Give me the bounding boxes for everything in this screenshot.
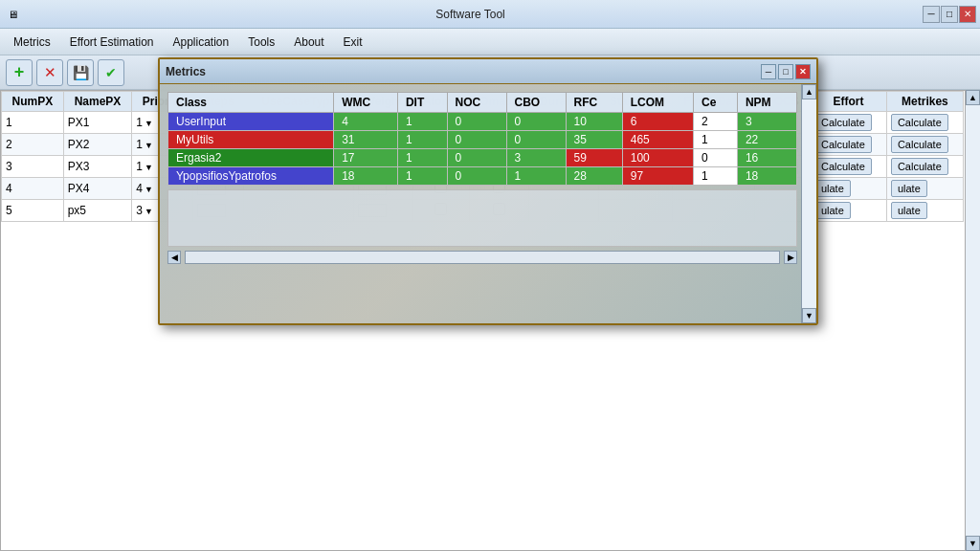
dialog-close-button[interactable]: ✕ bbox=[795, 64, 811, 79]
empty-area bbox=[167, 189, 797, 247]
metrics-class-cell: Ergasia2 bbox=[168, 149, 334, 167]
menu-exit[interactable]: Exit bbox=[334, 32, 372, 53]
add-button[interactable]: + bbox=[6, 59, 33, 86]
effort-cell[interactable]: Calculate bbox=[810, 156, 886, 178]
metrikes-calculate-button[interactable]: Calculate bbox=[891, 158, 948, 175]
effort-cell[interactable]: ulate bbox=[810, 200, 886, 222]
metrics-lcom-cell: 465 bbox=[622, 131, 693, 149]
menu-metrics[interactable]: Metrics bbox=[4, 32, 60, 53]
confirm-button[interactable]: ✔ bbox=[98, 59, 124, 86]
dialog-controls: ─ □ ✕ bbox=[761, 64, 811, 79]
metrics-ce-cell: 1 bbox=[694, 167, 738, 186]
metrics-wmc-cell: 17 bbox=[334, 149, 398, 167]
metrics-row: MyUtils3110035465122 bbox=[168, 131, 797, 149]
effort-calculate-button[interactable]: ulate bbox=[814, 180, 851, 197]
metrics-col-wmc: WMC bbox=[334, 93, 398, 113]
dialog-minimize-button[interactable]: ─ bbox=[761, 64, 776, 79]
horizontal-scrollbar: ◀ ▶ bbox=[167, 251, 797, 264]
close-button[interactable]: ✕ bbox=[959, 6, 976, 23]
metrics-dit-cell: 1 bbox=[397, 167, 447, 186]
effort-calculate-button[interactable]: Calculate bbox=[814, 158, 872, 175]
metrics-dit-cell: 1 bbox=[397, 113, 447, 131]
metrics-cbo-cell: 0 bbox=[506, 131, 566, 149]
metrics-npm-cell: 16 bbox=[737, 149, 796, 167]
scroll-up-button[interactable]: ▲ bbox=[966, 90, 980, 105]
metrics-noc-cell: 0 bbox=[447, 131, 506, 149]
scroll-track bbox=[966, 105, 980, 536]
metrics-wmc-cell: 4 bbox=[334, 113, 398, 131]
menu-application[interactable]: Application bbox=[164, 32, 239, 53]
metrics-col-ce: Ce bbox=[694, 93, 738, 113]
metrics-ce-cell: 1 bbox=[694, 131, 738, 149]
metrikes-calculate-button[interactable]: ulate bbox=[891, 180, 927, 197]
metrikes-cell[interactable]: Calculate bbox=[886, 134, 963, 156]
table-cell: 1 bbox=[2, 112, 64, 134]
metrics-lcom-cell: 100 bbox=[622, 149, 693, 167]
metrics-noc-cell: 0 bbox=[447, 149, 506, 167]
metrics-npm-cell: 3 bbox=[737, 113, 796, 131]
metrics-dit-cell: 1 bbox=[397, 149, 447, 167]
metrics-cbo-cell: 1 bbox=[506, 167, 566, 186]
metrikes-cell[interactable]: ulate bbox=[886, 200, 963, 222]
menu-effort-estimation[interactable]: Effort Estimation bbox=[60, 32, 164, 53]
metrics-col-dit: DIT bbox=[397, 93, 447, 113]
menu-bar: Metrics Effort Estimation Application To… bbox=[0, 29, 980, 55]
menu-about[interactable]: About bbox=[284, 32, 333, 53]
metrics-dit-cell: 1 bbox=[397, 131, 447, 149]
metrics-rfc-cell: 35 bbox=[566, 131, 622, 149]
metrikes-calculate-button[interactable]: Calculate bbox=[891, 136, 948, 153]
table-cell: PX4 bbox=[63, 178, 132, 200]
metrics-dialog: Metrics ─ □ ✕ Class WMC DIT NOC CBO RFC … bbox=[158, 57, 818, 325]
scroll-down-button[interactable]: ▼ bbox=[966, 536, 980, 551]
metrics-npm-cell: 18 bbox=[737, 167, 796, 186]
scroll-right-button[interactable]: ▶ bbox=[784, 251, 797, 264]
metrics-col-class: Class bbox=[168, 93, 334, 113]
maximize-button[interactable]: □ bbox=[941, 6, 958, 23]
table-cell: PX1 bbox=[63, 112, 132, 134]
effort-cell[interactable]: ulate bbox=[810, 178, 886, 200]
scroll-htrack bbox=[185, 251, 780, 264]
table-cell: 2 bbox=[2, 134, 64, 156]
table-cell: 4 bbox=[2, 178, 64, 200]
metrics-table: Class WMC DIT NOC CBO RFC LCOM Ce NPM Us… bbox=[167, 92, 797, 186]
table-cell: PX2 bbox=[63, 134, 132, 156]
table-cell: 5 bbox=[2, 200, 64, 222]
metrikes-calculate-button[interactable]: ulate bbox=[891, 202, 927, 219]
menu-tools[interactable]: Tools bbox=[238, 32, 284, 53]
window-title: Software Tool bbox=[18, 8, 923, 21]
col-metrikes: Metrikes bbox=[886, 92, 963, 112]
minimize-button[interactable]: ─ bbox=[923, 6, 940, 23]
title-bar: 🖥 Software Tool ─ □ ✕ bbox=[0, 0, 980, 29]
delete-button[interactable]: ✕ bbox=[36, 59, 63, 86]
metrics-rfc-cell: 10 bbox=[566, 113, 622, 131]
metrics-class-cell: MyUtils bbox=[168, 131, 334, 149]
metrics-rfc-cell: 28 bbox=[566, 167, 622, 186]
metrics-class-cell: UserInput bbox=[168, 113, 334, 131]
col-effort: Effort bbox=[810, 92, 886, 112]
save-button[interactable]: 💾 bbox=[67, 59, 94, 86]
metrikes-calculate-button[interactable]: Calculate bbox=[891, 114, 948, 131]
effort-cell[interactable]: Calculate bbox=[810, 134, 886, 156]
metrics-cbo-cell: 0 bbox=[506, 113, 566, 131]
scroll-left-button[interactable]: ◀ bbox=[167, 251, 181, 264]
metrikes-cell[interactable]: ulate bbox=[886, 178, 963, 200]
effort-cell[interactable]: Calculate bbox=[810, 112, 886, 134]
main-scrollbar[interactable]: ▲ ▼ bbox=[965, 90, 980, 551]
metrics-lcom-cell: 97 bbox=[622, 167, 693, 186]
metrics-noc-cell: 0 bbox=[447, 167, 506, 186]
effort-calculate-button[interactable]: ulate bbox=[814, 202, 851, 219]
metrics-wmc-cell: 18 bbox=[334, 167, 398, 186]
effort-calculate-button[interactable]: Calculate bbox=[814, 136, 872, 153]
dialog-maximize-button[interactable]: □ bbox=[778, 64, 793, 79]
metrics-col-lcom: LCOM bbox=[622, 93, 693, 113]
metrics-ce-cell: 2 bbox=[694, 113, 738, 131]
effort-calculate-button[interactable]: Calculate bbox=[814, 114, 872, 131]
col-namepx: NamePX bbox=[63, 92, 132, 112]
metrics-rfc-cell: 59 bbox=[566, 149, 622, 167]
metrikes-cell[interactable]: Calculate bbox=[886, 156, 963, 178]
col-numpx: NumPX bbox=[2, 92, 64, 112]
window-controls: ─ □ ✕ bbox=[923, 6, 980, 23]
metrics-col-npm: NPM bbox=[737, 93, 796, 113]
metrikes-cell[interactable]: Calculate bbox=[886, 112, 963, 134]
metrics-class-cell: YpopsifiosYpatrofos bbox=[168, 167, 334, 186]
